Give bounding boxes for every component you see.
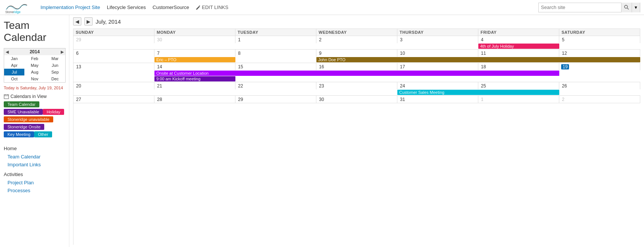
today-date: Saturday, July 19, 2014 xyxy=(20,86,63,90)
date-num: 29 xyxy=(237,97,244,102)
mini-calendar: ◀ 2014 ▶ JanFebMarAprMayJunJulAugSepOctN… xyxy=(4,48,66,83)
search-dropdown-button[interactable]: ▾ xyxy=(632,3,640,12)
date-num: 16 xyxy=(318,64,325,69)
cal-badges: Team CalendarSME UnavailableHolidayStone… xyxy=(4,101,65,139)
calendar-grid: SUNDAYMONDAYTUESDAYWEDNESDAYTHURSDAYFRID… xyxy=(73,29,640,245)
cal-badge-holiday[interactable]: Holiday xyxy=(43,109,64,115)
mini-month-jan[interactable]: Jan xyxy=(4,55,24,62)
mini-month-may[interactable]: May xyxy=(24,62,45,69)
calendars-in-view-label: Calendars in View xyxy=(4,94,65,99)
calendar-event[interactable]: Eric – PTO xyxy=(154,57,235,62)
mini-month-dec[interactable]: Dec xyxy=(45,75,65,82)
top-navigation: Stoneridge software Implementation Proje… xyxy=(0,0,644,15)
sidenav-processes[interactable]: Processes xyxy=(0,187,69,194)
mini-month-mar[interactable]: Mar xyxy=(45,55,65,62)
calendar-month-label: July, 2014 xyxy=(96,18,121,25)
svg-text:ridge: ridge xyxy=(13,10,21,14)
week-row-2: 13141516171819Onsite at Customer Locatio… xyxy=(73,63,640,82)
date-num: 11 xyxy=(480,51,487,56)
svg-text:Stone: Stone xyxy=(5,10,14,14)
cal-prev-button[interactable]: ◀ xyxy=(73,17,81,26)
activities-label: Activities xyxy=(0,170,69,179)
search-input[interactable] xyxy=(539,4,621,11)
mini-cal-header: ◀ 2014 ▶ xyxy=(4,48,65,55)
day-header-tuesday: TUESDAY xyxy=(235,29,316,36)
cal-next-button[interactable]: ▶ xyxy=(84,17,93,26)
date-num: 13 xyxy=(75,64,82,69)
mini-month-aug[interactable]: Aug xyxy=(24,69,45,75)
week-row-4: 272829303112 xyxy=(73,96,640,103)
today-text: Today is Saturday, July 19, 2014 xyxy=(0,84,69,92)
sidenav-team-calendar[interactable]: Team Calendar xyxy=(0,153,69,161)
logo: Stoneridge software xyxy=(4,0,30,15)
date-num: 10 xyxy=(399,51,406,56)
calendar-event[interactable]: John Doe PTO xyxy=(316,57,640,62)
mini-month-feb[interactable]: Feb xyxy=(24,55,45,62)
mini-month-jul[interactable]: Jul xyxy=(4,69,24,75)
date-num: 21 xyxy=(156,83,163,89)
calendar-navigation: ◀ ▶ July, 2014 xyxy=(73,17,640,26)
date-num: 20 xyxy=(75,83,82,89)
date-num: 29 xyxy=(75,37,82,42)
date-num: 1 xyxy=(480,97,484,102)
calendar-body: 2930123454th of July Holiday6789101112Er… xyxy=(73,36,640,245)
date-num: 30 xyxy=(156,37,163,42)
calendar-header-row: SUNDAYMONDAYTUESDAYWEDNESDAYTHURSDAYFRID… xyxy=(73,29,640,36)
date-num: 23 xyxy=(318,83,325,89)
mini-month-sep[interactable]: Sep xyxy=(45,69,65,75)
cal-badge-other[interactable]: Other xyxy=(34,131,52,137)
date-num: 18 xyxy=(480,64,487,69)
site-name[interactable]: Implementation Project Site xyxy=(40,5,100,10)
mini-cal-prev[interactable]: ◀ xyxy=(6,50,9,54)
search-box: ▾ xyxy=(538,3,640,12)
cal-badge-stoneridge-unavailable[interactable]: Stoneridge unavailable xyxy=(4,116,53,122)
edit-links[interactable]: EDIT LINKS xyxy=(196,5,229,10)
date-num: 27 xyxy=(75,97,82,102)
calendar-event[interactable]: Customer Sales Meeting xyxy=(397,90,559,95)
cal-badge-key-meeting[interactable]: Key Meeting xyxy=(4,131,34,137)
day-header-friday: FRIDAY xyxy=(478,29,559,36)
date-num: 2 xyxy=(561,97,565,102)
mini-month-apr[interactable]: Apr xyxy=(4,62,24,69)
mini-cal-grid: JanFebMarAprMayJunJulAugSepOctNovDec xyxy=(4,55,65,82)
date-num: 6 xyxy=(75,51,79,56)
mini-cal-next[interactable]: ▶ xyxy=(61,50,64,54)
date-num: 8 xyxy=(237,51,241,56)
date-num: 17 xyxy=(399,64,406,69)
day-header-sunday: SUNDAY xyxy=(73,29,154,36)
calendar-icon xyxy=(4,94,9,99)
search-button[interactable] xyxy=(621,3,632,12)
date-num: 25 xyxy=(480,83,487,89)
day-header-saturday: SATURDAY xyxy=(559,29,640,36)
date-num: 1 xyxy=(237,37,241,42)
mini-month-jun[interactable]: Jun xyxy=(45,62,65,69)
week-row-3: 20212223242526Customer Sales Meeting xyxy=(73,82,640,96)
cal-badge-sme-unavailable[interactable]: SME Unavailable xyxy=(4,109,43,115)
calendar-event[interactable]: 4th of July Holiday xyxy=(478,44,559,49)
date-num: 15 xyxy=(237,64,244,69)
calendar-event[interactable]: Onsite at Customer Location xyxy=(154,71,559,76)
svg-line-4 xyxy=(628,8,629,10)
nav-customersource[interactable]: CustomerSource xyxy=(153,5,189,10)
week-row-0: 2930123454th of July Holiday xyxy=(73,36,640,50)
cal-badge-stoneridge-onsite[interactable]: Stoneridge Onsite xyxy=(4,124,44,130)
date-num: 26 xyxy=(561,83,568,89)
main-layout: Team Calendar ◀ 2014 ▶ JanFebMarAprMayJu… xyxy=(0,15,644,247)
date-num: 19 xyxy=(561,64,569,69)
nav-lifecycle[interactable]: Lifecycle Services xyxy=(107,5,146,10)
sidenav-important-links[interactable]: Important Links xyxy=(0,161,69,169)
date-num: 9 xyxy=(318,51,322,56)
date-num: 2 xyxy=(318,37,322,42)
date-num: 12 xyxy=(561,51,568,56)
day-header-monday: MONDAY xyxy=(154,29,235,36)
sidenav-project-plan[interactable]: Project Plan xyxy=(0,179,69,187)
date-num: 4 xyxy=(480,37,484,42)
sidebar: Team Calendar ◀ 2014 ▶ JanFebMarAprMayJu… xyxy=(0,15,69,247)
calendars-in-view: Calendars in View Team CalendarSME Unava… xyxy=(0,92,69,141)
date-num: 30 xyxy=(318,97,325,102)
mini-month-nov[interactable]: Nov xyxy=(24,75,45,82)
svg-rect-5 xyxy=(4,95,9,99)
cal-badge-team-calendar[interactable]: Team Calendar xyxy=(4,101,39,107)
mini-month-oct[interactable]: Oct xyxy=(4,75,24,82)
calendar-event[interactable]: 9:00 am Kickoff meeting xyxy=(154,76,235,81)
